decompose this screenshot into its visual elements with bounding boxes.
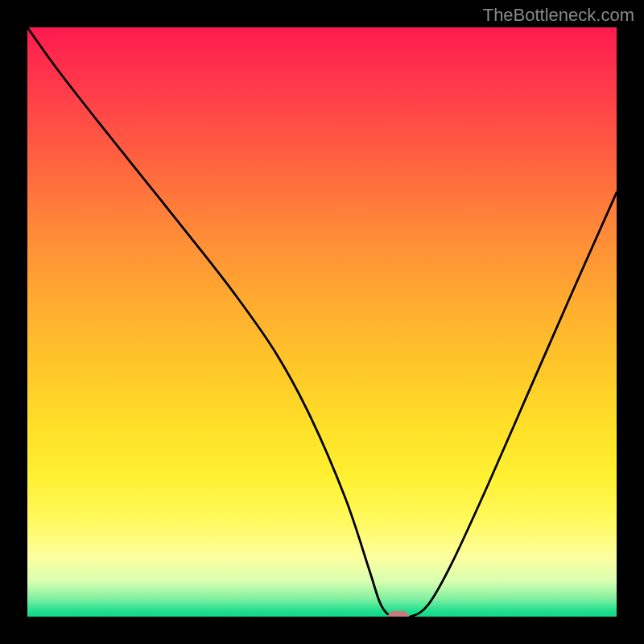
optimal-point-marker	[388, 611, 409, 617]
bottleneck-chart	[27, 27, 617, 617]
chart-curve-svg	[27, 27, 617, 617]
watermark-label: TheBottleneck.com	[483, 5, 634, 26]
bottleneck-curve-path	[27, 27, 617, 617]
